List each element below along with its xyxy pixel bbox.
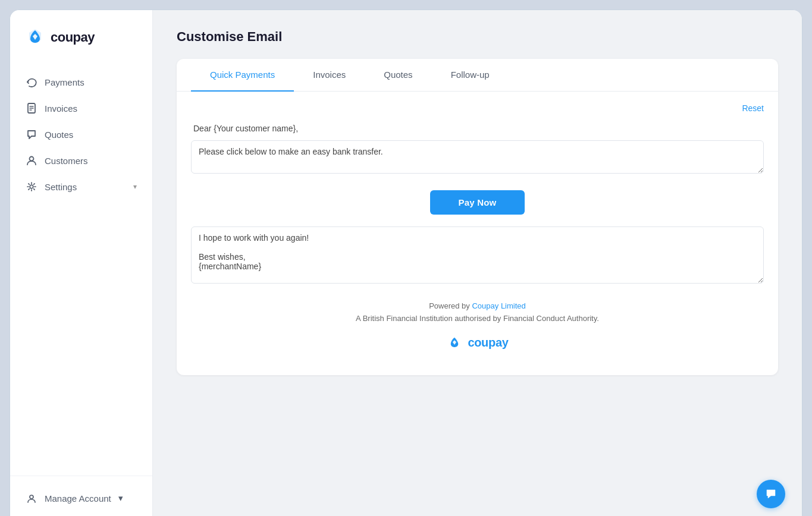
coupay-footer-logo: coupay [191, 335, 764, 351]
payments-label: Payments [45, 77, 84, 87]
manage-account-label: Manage Account [45, 493, 111, 504]
email-footer-textarea[interactable]: I hope to work with you again! Best wish… [191, 226, 764, 284]
powered-by-prefix: Powered by [429, 301, 472, 310]
quotes-label: Quotes [45, 130, 73, 140]
tab-quick-payments[interactable]: Quick Payments [191, 59, 294, 92]
email-greeting: Dear {Your customer name}, [191, 124, 764, 133]
quotes-icon [26, 128, 37, 140]
email-body-textarea[interactable]: Please click below to make an easy bank … [191, 140, 764, 174]
invoices-label: Invoices [45, 103, 77, 114]
sidebar-item-customers[interactable]: Customers [17, 148, 145, 173]
sidebar: coupay Payments [10, 10, 153, 516]
logo[interactable]: coupay [10, 27, 152, 70]
tab-invoices[interactable]: Invoices [294, 59, 365, 92]
sidebar-nav: Payments Invoices [10, 70, 152, 476]
logo-icon [24, 27, 46, 48]
pay-now-button[interactable]: Pay Now [430, 190, 525, 215]
powered-by-section: Powered by Coupay Limited A British Fina… [191, 300, 764, 325]
tab-follow-up[interactable]: Follow-up [432, 59, 509, 92]
page-title: Customise Email [177, 29, 778, 45]
customers-label: Customers [45, 156, 88, 166]
customers-icon [26, 155, 37, 166]
invoices-icon [26, 102, 37, 114]
settings-chevron-icon: ▾ [133, 183, 137, 191]
payments-icon [26, 76, 37, 88]
svg-point-4 [30, 157, 34, 161]
chat-button[interactable] [757, 480, 785, 508]
coupay-limited-link[interactable]: Coupay Limited [472, 301, 525, 310]
pay-now-wrapper: Pay Now [191, 190, 764, 215]
sidebar-item-invoices[interactable]: Invoices [17, 96, 145, 121]
svg-point-5 [30, 185, 33, 188]
reset-button[interactable]: Reset [742, 103, 764, 113]
svg-point-6 [30, 495, 33, 499]
tabs: Quick Payments Invoices Quotes Follow-up [177, 59, 778, 92]
chat-icon [764, 487, 777, 501]
tab-quotes[interactable]: Quotes [365, 59, 431, 92]
footer-logo-icon [446, 335, 463, 351]
main-content: Customise Email Quick Payments Invoices … [153, 10, 802, 516]
sidebar-item-settings[interactable]: Settings ▾ [17, 174, 145, 199]
footer-logo-text: coupay [468, 336, 508, 350]
sidebar-bottom: Manage Account ▾ [10, 476, 152, 516]
settings-icon [26, 181, 37, 193]
sidebar-item-quotes[interactable]: Quotes [17, 122, 145, 147]
settings-label: Settings [45, 182, 77, 192]
email-card: Quick Payments Invoices Quotes Follow-up… [177, 59, 778, 375]
logo-text: coupay [51, 30, 95, 45]
sidebar-item-payments[interactable]: Payments [17, 70, 145, 95]
email-content-area: Reset Dear {Your customer name}, Please … [177, 92, 778, 375]
powered-by-authority: A British Financial Institution authoris… [356, 314, 599, 323]
manage-account-icon [26, 492, 37, 504]
manage-account-item[interactable]: Manage Account ▾ [17, 486, 145, 511]
manage-account-chevron-icon: ▾ [118, 493, 123, 504]
